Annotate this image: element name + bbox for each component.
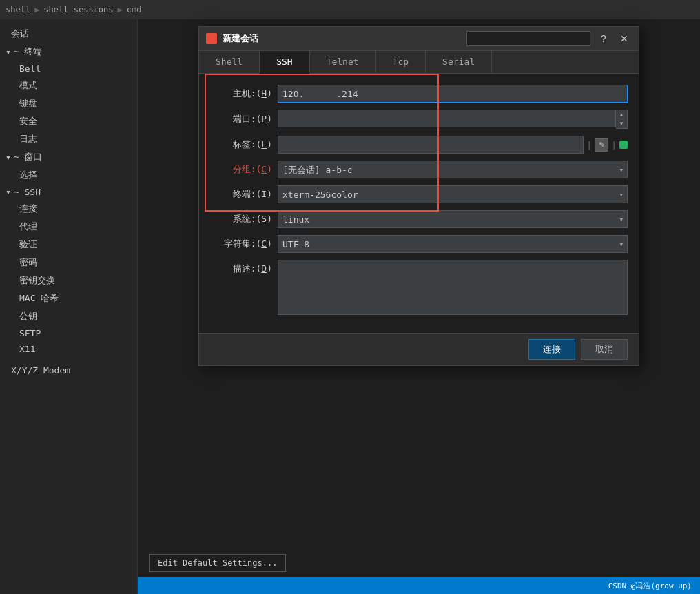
tag-row: 标签:(L) | ✎ | (210, 136, 628, 154)
sidebar-item-x11[interactable]: X11 (0, 341, 137, 357)
sidebar-item-session[interactable]: 会话 (0, 25, 137, 43)
sidebar-item-log[interactable]: 日志 (0, 130, 137, 148)
port-label: 端口:(P) (210, 113, 272, 125)
sidebar-item-mac-hash[interactable]: MAC 哈希 (0, 289, 137, 307)
terminal-select[interactable]: xterm-256color xterm vt100 ansi (278, 185, 628, 203)
dialog-help-button[interactable]: ? (596, 31, 611, 46)
port-spin-down[interactable]: ▼ (616, 119, 627, 128)
tab-tcp[interactable]: Tcp (376, 51, 426, 73)
charset-row: 字符集:(C) UTF-8 GBK GB2312 (210, 235, 628, 253)
sidebar-item-xyz-modem[interactable]: X/Y/Z Modem (0, 362, 137, 378)
tab-serial[interactable]: Serial (426, 51, 492, 73)
breadcrumb-shell-sessions[interactable]: shell sessions (43, 5, 113, 14)
sidebar-item-pubkey[interactable]: 公钥 (0, 307, 137, 325)
desc-label: 描述:(D) (210, 260, 272, 275)
system-row: 系统:(S) linux windows macos (210, 210, 628, 228)
dialog-overlay: 新建会话 ? ✕ Shell SSH Telnet Tcp Serial (138, 19, 700, 594)
dialog-titlebar: 新建会话 ? ✕ (199, 27, 639, 51)
charset-select-wrapper: UTF-8 GBK GB2312 (278, 235, 628, 253)
tag-input-wrapper: | ✎ | (278, 136, 628, 154)
host-row: 主机:(H) (210, 85, 628, 103)
tag-icons: | ✎ | (586, 136, 628, 154)
status-text: CSDN @冯浩(grow up) (608, 581, 692, 591)
tab-telnet[interactable]: Telnet (310, 51, 376, 73)
sidebar-item-security[interactable]: 安全 (0, 112, 137, 130)
dialog-search-input[interactable] (466, 31, 590, 46)
system-select[interactable]: linux windows macos (278, 210, 628, 228)
terminal-select-wrapper: xterm-256color xterm vt100 ansi (278, 185, 628, 203)
desc-row: 描述:(D) (210, 260, 628, 315)
sidebar-item-keyboard[interactable]: 键盘 (0, 94, 137, 112)
group-label: 分组:(C) (210, 163, 272, 176)
sidebar-item-sftp[interactable]: SFTP (0, 325, 137, 341)
system-label: 系统:(S) (210, 213, 272, 225)
sidebar: 会话 ▾ ~ 终端 Bell 模式 键盘 安全 日志 ▾ ~ 窗口 选择 ▾ ~… (0, 19, 138, 594)
dialog-body: 主机:(H) 端口:(P) 22 ▲ ▼ (199, 74, 639, 333)
sidebar-section-ssh[interactable]: ▾ ~ SSH (0, 184, 137, 200)
breadcrumb-sep-2: ▶ (118, 5, 123, 14)
breadcrumb: shell ▶ shell sessions ▶ cmd (0, 0, 700, 19)
dialog-title-icon (206, 33, 217, 44)
host-input[interactable] (278, 85, 628, 103)
terminal-label: 终端:(I) (210, 188, 272, 201)
desc-textarea[interactable] (278, 260, 628, 315)
new-session-dialog: 新建会话 ? ✕ Shell SSH Telnet Tcp Serial (198, 26, 639, 366)
tag-label: 标签:(L) (210, 139, 272, 151)
cancel-button[interactable]: 取消 (581, 339, 628, 360)
charset-select[interactable]: UTF-8 GBK GB2312 (278, 235, 628, 253)
breadcrumb-sep-1: ▶ (34, 5, 39, 14)
sidebar-item-auth[interactable]: 验证 (0, 236, 137, 254)
ssh-collapse-icon: ▾ (6, 187, 11, 197)
sidebar-item-password[interactable]: 密码 (0, 254, 137, 272)
sidebar-section-terminal[interactable]: ▾ ~ 终端 (0, 43, 137, 61)
tab-ssh[interactable]: SSH (260, 51, 309, 74)
port-row: 端口:(P) 22 ▲ ▼ (210, 110, 628, 129)
sidebar-item-mode[interactable]: 模式 (0, 76, 137, 94)
tag-input[interactable] (278, 136, 584, 154)
tag-separator2: | (611, 140, 617, 150)
tag-separator: | (586, 140, 592, 150)
content-area: Edit Default Settings... 新建会话 ? ✕ Shell (138, 19, 700, 594)
sidebar-item-select[interactable]: 选择 (0, 166, 137, 184)
footer-buttons: 连接 取消 (528, 339, 628, 360)
status-bar: CSDN @冯浩(grow up) (138, 577, 700, 594)
dialog-tabs: Shell SSH Telnet Tcp Serial (199, 51, 639, 74)
port-spin-up[interactable]: ▲ (616, 110, 627, 119)
group-select[interactable]: [无会话] a-b-c (278, 161, 628, 178)
sidebar-section-window[interactable]: ▾ ~ 窗口 (0, 148, 137, 166)
sidebar-item-connect[interactable]: 连接 (0, 200, 137, 218)
tab-shell[interactable]: Shell (199, 51, 260, 73)
window-collapse-icon: ▾ (6, 152, 11, 163)
charset-label: 字符集:(C) (210, 238, 272, 250)
dialog-footer: 连接 取消 (199, 333, 639, 365)
port-spinner: ▲ ▼ (616, 110, 628, 129)
dialog-title: 新建会话 (223, 32, 461, 45)
group-select-wrapper: [无会话] a-b-c (278, 161, 628, 178)
tag-green-dot (619, 141, 628, 149)
connect-button[interactable]: 连接 (528, 339, 575, 360)
system-select-wrapper: linux windows macos (278, 210, 628, 228)
port-input-wrapper: 22 ▲ ▼ (278, 110, 628, 129)
sidebar-item-key-exchange[interactable]: 密钥交换 (0, 272, 137, 289)
terminal-collapse-icon: ▾ (6, 47, 11, 57)
port-input[interactable]: 22 (278, 110, 616, 127)
breadcrumb-shell[interactable]: shell (6, 5, 30, 14)
terminal-row: 终端:(I) xterm-256color xterm vt100 ansi (210, 185, 628, 203)
breadcrumb-cmd[interactable]: cmd (127, 5, 142, 14)
dialog-close-button[interactable]: ✕ (617, 31, 632, 46)
sidebar-item-bell[interactable]: Bell (0, 61, 137, 76)
group-row: 分组:(C) [无会话] a-b-c (210, 161, 628, 178)
sidebar-item-proxy[interactable]: 代理 (0, 218, 137, 236)
tag-edit-button[interactable]: ✎ (595, 138, 608, 152)
host-label: 主机:(H) (210, 88, 272, 100)
